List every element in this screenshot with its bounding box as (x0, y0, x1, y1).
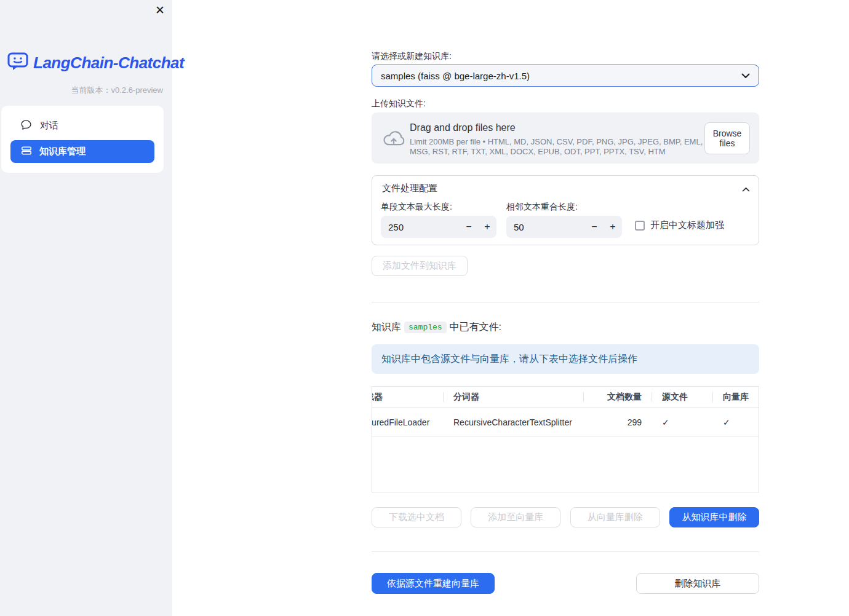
kb-files-table[interactable]: 文档加载器 分词器 文档数量 源文件 向量库 UnstructuredFileL… (372, 386, 759, 492)
sidebar-menu: 对话 知识库管理 (1, 106, 164, 173)
add-to-vector-store-button[interactable]: 添加至向量库 (471, 507, 560, 527)
kb-select[interactable]: samples (faiss @ bge-large-zh-v1.5) (372, 65, 759, 87)
col-header-source-file[interactable]: 源文件 (652, 387, 712, 408)
table-header-row: 文档加载器 分词器 文档数量 源文件 向量库 (372, 387, 759, 408)
file-dropzone[interactable]: Drag and drop files here Limit 200MB per… (372, 113, 759, 164)
sidebar: ✕ LangChain-Chatchat 当前版本：v0.2.6-preview… (0, 0, 172, 616)
overlap-size-label: 相邻文本重合长度: (506, 202, 578, 213)
sidebar-item-label: 对话 (40, 120, 58, 132)
chevron-down-icon (741, 70, 750, 81)
col-header-vector-store[interactable]: 向量库 (712, 387, 759, 408)
delete-from-kb-button[interactable]: 从知识库中删除 (669, 507, 759, 527)
sidebar-item-kb-management[interactable]: 知识库管理 (10, 140, 154, 163)
table-scroll-area: 文档加载器 分词器 文档数量 源文件 向量库 UnstructuredFileL… (372, 387, 759, 437)
download-selected-button[interactable]: 下载选中文档 (372, 507, 461, 527)
overlap-size-value: 50 (506, 222, 585, 232)
cell-loader: UnstructuredFileLoader (372, 408, 443, 436)
sidebar-item-dialogue[interactable]: 对话 (1, 114, 164, 136)
kb-select-label: 请选择或新建知识库: (372, 51, 452, 62)
checkbox-box[interactable] (635, 221, 645, 231)
chatchat-logo-icon (7, 52, 28, 74)
cell-splitter: RecursiveCharacterTextSplitter (443, 408, 583, 436)
add-files-to-kb-button[interactable]: 添加文件到知识库 (372, 256, 468, 276)
overlap-size-input[interactable]: 50 − + (506, 216, 622, 238)
table-row[interactable]: UnstructuredFileLoader RecursiveCharacte… (372, 408, 759, 437)
col-header-splitter[interactable]: 分词器 (443, 387, 583, 408)
file-actions: 下载选中文档 添加至向量库 从向量库删除 从知识库中删除 (372, 507, 759, 527)
cell-vector-store-check: ✓ (712, 408, 759, 436)
browse-files-button[interactable]: Browse files (704, 122, 750, 154)
divider (372, 302, 759, 302)
app-title: LangChain-Chatchat (33, 53, 184, 73)
dropzone-title: Drag and drop files here (410, 122, 516, 133)
knowledge-base-icon (21, 146, 32, 157)
dropzone-hint: Limit 200MB per file • HTML, MD, JSON, C… (410, 137, 704, 157)
col-header-loader[interactable]: 文档加载器 (372, 387, 443, 408)
increment-button[interactable]: + (478, 216, 496, 238)
chunk-size-value: 250 (381, 222, 460, 232)
col-header-doc-count[interactable]: 文档数量 (583, 387, 652, 408)
cell-doc-count: 299 (583, 408, 652, 436)
chunk-size-label: 单段文本最大长度: (381, 202, 452, 213)
upload-label: 上传知识文件: (372, 98, 426, 109)
version-text: 当前版本：v0.2.6-preview (71, 85, 163, 96)
checkbox-label: 开启中文标题加强 (650, 219, 724, 231)
delete-from-vector-store-button[interactable]: 从向量库删除 (570, 507, 660, 527)
chunk-size-input[interactable]: 250 − + (381, 216, 496, 238)
app-logo: LangChain-Chatchat (7, 52, 184, 74)
delete-kb-button[interactable]: 删除知识库 (636, 573, 759, 594)
kb-files-heading: 知识库 samples 中已有文件: (372, 321, 501, 334)
expander-title[interactable]: 文件处理配置 (382, 183, 437, 194)
cloud-upload-icon (383, 128, 405, 150)
file-config-expander: 文件处理配置 单段文本最大长度: 250 − + 相邻文本重合长度: 50 − … (372, 175, 759, 245)
increment-button[interactable]: + (604, 216, 622, 238)
decrement-button[interactable]: − (460, 216, 478, 238)
decrement-button[interactable]: − (585, 216, 604, 238)
kb-name-code: samples (404, 322, 447, 333)
chevron-up-icon[interactable] (742, 183, 750, 194)
info-banner: 知识库中包含源文件与向量库，请从下表中选择文件后操作 (372, 344, 759, 374)
sidebar-item-label: 知识库管理 (39, 146, 86, 157)
cell-source-file-check: ✓ (652, 408, 712, 436)
sidebar-close-icon[interactable]: ✕ (155, 2, 165, 18)
kb-select-value: samples (faiss @ bge-large-zh-v1.5) (381, 71, 741, 81)
main-content: 请选择或新建知识库: samples (faiss @ bge-large-zh… (372, 0, 759, 616)
divider (372, 551, 759, 552)
chat-bubble-icon (20, 119, 32, 132)
rebuild-vector-store-button[interactable]: 依据源文件重建向量库 (372, 573, 495, 594)
zh-title-enhance-checkbox[interactable]: 开启中文标题加强 (635, 219, 724, 231)
